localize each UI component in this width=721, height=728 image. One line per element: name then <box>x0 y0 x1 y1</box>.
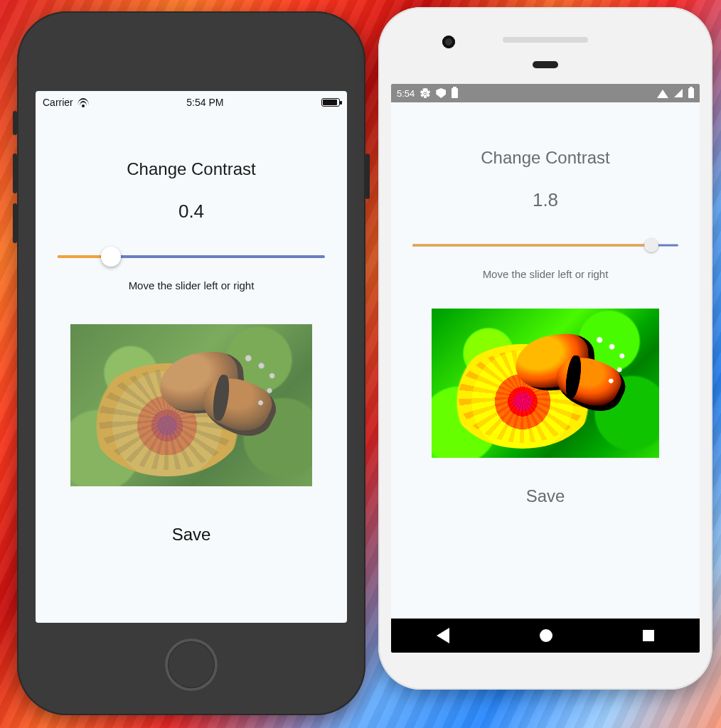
save-button[interactable]: Save <box>526 486 565 506</box>
wifi-icon <box>657 90 668 98</box>
iphone-volume-down <box>13 203 17 243</box>
battery-saver-icon <box>452 88 458 98</box>
status-time: 5:54 PM <box>186 97 223 108</box>
slider-thumb[interactable] <box>101 247 121 267</box>
iphone-device-frame: Carrier 5:54 PM Change Contrast 0.4 Mo <box>17 11 365 715</box>
slider-thumb[interactable] <box>644 238 658 252</box>
pixel-front-camera <box>442 36 455 48</box>
pixel-sensor <box>533 61 558 68</box>
preview-image <box>70 324 312 486</box>
contrast-slider[interactable] <box>412 235 678 255</box>
wifi-icon <box>78 98 89 107</box>
slider-fill <box>412 245 651 247</box>
signal-icon <box>674 89 683 97</box>
pixel-speaker-grill <box>503 37 588 43</box>
android-status-bar: 5:54 <box>391 84 700 102</box>
page-title: Change Contrast <box>481 148 609 168</box>
battery-icon <box>688 88 694 98</box>
slider-track <box>58 255 326 258</box>
status-carrier: Carrier <box>43 97 73 108</box>
nav-recent-button[interactable] <box>643 630 654 641</box>
slider-hint: Move the slider left or right <box>129 279 255 291</box>
android-app-content: Change Contrast 1.8 Move the slider left… <box>391 102 700 619</box>
iphone-volume-up <box>13 154 17 193</box>
iphone-screen: Carrier 5:54 PM Change Contrast 0.4 Mo <box>36 91 347 623</box>
slider-track <box>412 245 678 247</box>
contrast-value: 1.8 <box>533 189 558 211</box>
contrast-value: 0.4 <box>178 200 204 223</box>
pixel-device-frame: 5:54 Change Contrast 1.8 <box>378 7 712 690</box>
preview-image <box>432 309 659 458</box>
save-button[interactable]: Save <box>172 525 211 545</box>
ios-app-content: Change Contrast 0.4 Move the slider left… <box>36 114 347 623</box>
nav-back-button[interactable] <box>437 628 449 643</box>
contrast-slider[interactable] <box>58 247 326 267</box>
nav-home-button[interactable] <box>540 629 552 642</box>
ios-status-bar: Carrier 5:54 PM <box>36 91 347 114</box>
iphone-home-button[interactable] <box>165 638 218 691</box>
shield-icon <box>436 88 446 98</box>
status-time: 5:54 <box>397 88 415 99</box>
iphone-power-button <box>365 154 370 199</box>
pixel-screen: 5:54 Change Contrast 1.8 <box>391 84 700 653</box>
battery-icon <box>321 98 340 107</box>
slider-hint: Move the slider left or right <box>483 268 609 280</box>
gear-icon <box>420 88 430 98</box>
page-title: Change Contrast <box>127 159 255 179</box>
android-nav-bar <box>391 619 700 653</box>
iphone-mute-switch <box>13 111 17 135</box>
